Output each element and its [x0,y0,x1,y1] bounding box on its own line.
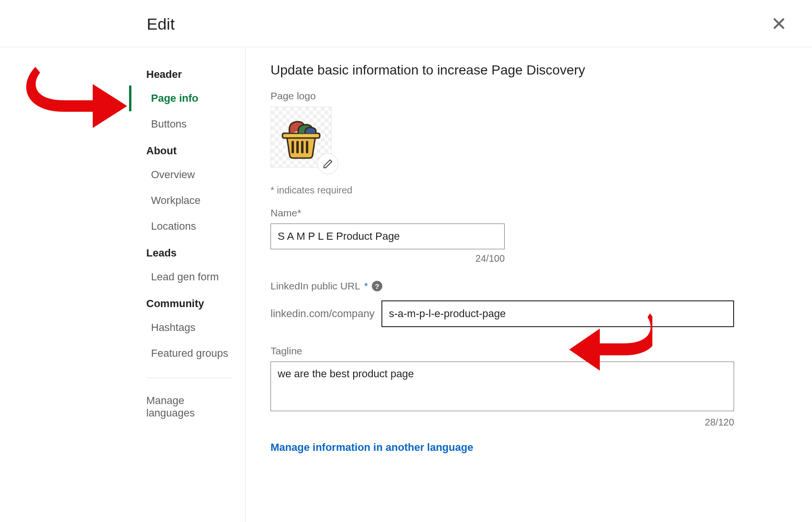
page-logo-container [271,107,332,168]
sidebar-item-page-info[interactable]: Page info [129,85,245,111]
sidebar-item-label: Workplace [151,194,201,206]
required-note: * indicates required [271,185,787,196]
sidebar-item-overview[interactable]: Overview [129,162,245,188]
sidebar-item-label: Locations [151,220,196,232]
help-icon[interactable]: ? [372,281,382,291]
main-content: Update basic information to increase Pag… [246,47,812,522]
pencil-icon [323,159,333,169]
modal-header: Edit ✕ [0,0,812,47]
sidebar-item-label: Hashtags [151,321,195,333]
sidebar-group-header: Header [129,61,245,85]
sidebar-item-label: Page info [151,92,198,104]
sidebar-group-leads: Leads [129,239,245,264]
sidebar-divider [146,378,232,378]
required-star: * [364,281,368,292]
basket-icon [277,113,325,161]
page-logo-label: Page logo [271,90,787,102]
sidebar-item-featured-groups[interactable]: Featured groups [129,341,245,366]
sidebar-item-locations[interactable]: Locations [129,213,245,239]
sidebar-item-label: Lead gen form [151,271,219,283]
edit-logo-button[interactable] [317,153,338,174]
sidebar-group-about: About [129,137,245,162]
sidebar-item-label: Overview [151,169,195,181]
svg-rect-0 [292,141,294,153]
sidebar-item-label: Buttons [151,118,187,130]
manage-language-link[interactable]: Manage information in another language [271,441,473,454]
url-label: LinkedIn public URL [271,280,360,292]
sidebar-item-hashtags[interactable]: Hashtags [129,315,245,341]
sidebar-item-label: Featured groups [151,347,228,359]
sidebar-item-manage-languages[interactable]: Manage languages [129,385,245,426]
modal-title: Edit [147,15,175,33]
sidebar-item-buttons[interactable]: Buttons [129,111,245,137]
name-label: Name* [271,207,787,219]
sidebar-item-lead-gen-form[interactable]: Lead gen form [129,264,245,290]
sidebar: Header Page info Buttons About Overview … [129,47,246,522]
sidebar-item-workplace[interactable]: Workplace [129,188,245,213]
svg-rect-1 [296,141,299,153]
tagline-input[interactable] [271,362,734,411]
svg-rect-3 [306,141,308,153]
name-char-counter: 24/100 [271,253,505,264]
close-icon: ✕ [771,13,787,34]
sidebar-item-label: Manage languages [146,394,195,419]
close-button[interactable]: ✕ [771,14,787,33]
name-input[interactable] [271,224,505,249]
sidebar-group-community: Community [129,290,245,315]
public-url-input[interactable] [381,300,734,327]
tagline-label: Tagline [271,345,734,357]
url-prefix: linkedin.com/company [271,308,375,320]
page-heading: Update basic information to increase Pag… [271,63,787,78]
tagline-char-counter: 28/120 [271,417,734,428]
svg-rect-2 [301,141,303,153]
